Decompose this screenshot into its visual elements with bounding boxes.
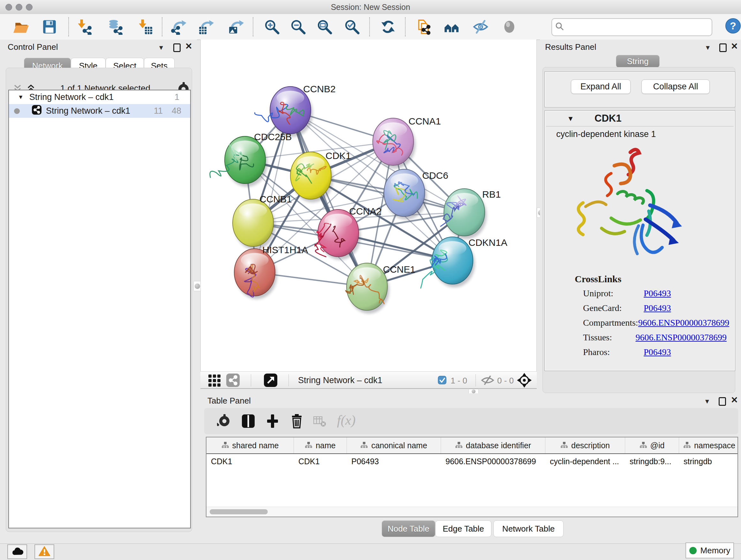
node-label-CDKN1A: CDKN1A [468,237,508,248]
table-cell[interactable]: P06493 [347,454,441,469]
edge-count: 48 [172,106,181,116]
collapse-all-button[interactable]: Collapse All [642,79,710,94]
export-image-icon[interactable] [228,19,244,35]
collapse-gene-icon[interactable]: ▼ [567,115,574,123]
table-cell[interactable]: cyclin-dependent ... [545,454,625,469]
navigator-icon[interactable] [517,373,532,389]
undock-panel-icon[interactable] [173,43,181,52]
crosslink-link[interactable]: P06493 [644,288,671,299]
create-column-icon[interactable] [266,414,280,428]
open-in-new-window-icon[interactable] [264,373,278,388]
string-network-icon [32,105,42,117]
network-node-CCNE1[interactable]: CCNE1 [346,263,415,314]
network-status-dot [14,108,20,114]
close-panel-icon[interactable]: ✕ [731,395,738,405]
export-network-icon[interactable] [171,19,186,35]
zoom-selected-icon[interactable] [344,19,360,35]
tab-node-table[interactable]: Node Table [382,520,435,537]
close-panel-icon[interactable]: ✕ [185,42,192,51]
network-node-CDKN1A[interactable]: CDKN1A [421,237,507,288]
table-cell[interactable]: 9606.ENSP00000378699 [441,454,545,469]
export-table-icon[interactable] [198,19,214,35]
column-header-shared-name[interactable]: shared name [206,437,294,453]
column-header-canonical-name[interactable]: canonical name [347,437,441,453]
tab-network-table[interactable]: Network Table [493,520,563,537]
network-canvas[interactable]: CCNB2 CCNA1 CDC25B CDK1 CDC6 [200,40,537,371]
tab-edge-table[interactable]: Edge Table [435,520,491,537]
selected-checkbox-icon[interactable] [438,376,447,386]
control-panel-title: Control Panel [8,42,58,52]
toolbar-divider [405,17,406,37]
show-hidden-icon[interactable] [501,19,517,35]
memory-button[interactable]: Memory [685,543,734,558]
column-header-description[interactable]: description [545,437,625,453]
crosslink-link[interactable]: P06493 [644,347,671,357]
table-row[interactable]: CDK1CDK1P064939606.ENSP00000378699cyclin… [206,454,738,469]
column-header-namespace[interactable]: namespace [679,437,738,453]
tab-string[interactable]: String [616,55,660,68]
import-table-icon[interactable] [137,19,153,35]
zoom-out-icon[interactable] [290,19,306,35]
network-node-CCNA1[interactable]: CCNA1 [373,116,441,169]
float-panel-icon[interactable]: ▼ [158,43,164,52]
network-node-CCNA2[interactable]: CCNA2 [315,206,382,260]
network-node-CDC6[interactable]: CDC6 [384,169,448,220]
delete-column-icon[interactable] [290,414,305,428]
refresh-view-icon[interactable] [380,19,396,35]
horizontal-scrollbar[interactable] [206,507,738,516]
import-network-database-icon[interactable] [107,19,123,35]
table-cell[interactable]: CDK1 [294,454,347,469]
search-input[interactable] [567,22,712,32]
expand-all-button[interactable]: Expand All [571,79,630,94]
close-panel-icon[interactable]: ✕ [731,42,738,51]
float-panel-icon[interactable]: ▼ [704,43,711,52]
column-type-icon [683,441,691,450]
network-node-RB1[interactable]: RB1 [441,189,501,239]
search-icon [555,22,564,32]
collapse-icon[interactable]: ▼ [18,94,23,101]
crosslink-link[interactable]: 9606.ENSP00000378699 [638,318,729,328]
table-toolbar: f(x) [204,408,738,434]
node-table: shared name name canonical name database… [206,437,738,517]
gene-name: CDK1 [595,113,621,124]
float-panel-icon[interactable]: ▼ [704,396,711,406]
help-icon[interactable]: ? [725,18,741,34]
zoom-fit-icon[interactable] [317,19,333,35]
crosslink-row: GeneCard: P06493 [583,303,727,318]
window-title: Session: New Session [0,3,741,12]
open-session-icon[interactable] [13,19,29,35]
search-field[interactable] [551,18,712,36]
network-node-HIST1H1A[interactable]: HIST1H1A [234,245,308,299]
warning-icon [38,546,51,558]
gear-icon[interactable] [217,414,232,428]
undock-panel-icon[interactable] [719,396,726,406]
cloud-button[interactable] [7,544,27,559]
warning-button[interactable] [35,544,54,559]
zoom-in-icon[interactable] [264,19,280,35]
gene-result-card: ▼ CDK1 cyclin-dependent kinase 1 [544,111,735,371]
column-header-database-identifier[interactable]: database identifier [441,437,545,453]
import-network-file-icon[interactable] [76,19,92,35]
column-type-icon [305,441,313,450]
crosslink-link[interactable]: 9606.ENSP00000378699 [636,332,727,343]
network-row-selected[interactable]: String Network – cdk1 11 48 [9,104,190,118]
table-cell[interactable]: stringdb [679,454,738,469]
column-header--id[interactable]: @id [625,437,679,453]
svg-text:?: ? [730,20,736,32]
cytoscape-window: Session: New Session [0,0,741,560]
new-network-from-selection-icon[interactable] [416,19,432,35]
birdseye-view-icon[interactable] [226,373,240,388]
save-session-icon[interactable] [42,19,57,35]
grid-view-icon[interactable] [208,374,221,388]
show-columns-icon[interactable] [241,414,256,428]
network-node-CCNB2[interactable]: CCNB2 [255,84,336,137]
hide-selected-icon[interactable] [473,19,488,35]
houses-icon[interactable] [444,19,460,35]
column-header-name[interactable]: name [294,437,347,453]
undock-panel-icon[interactable] [719,43,727,52]
crosslink-link[interactable]: P06493 [644,303,671,313]
table-cell[interactable]: CDK1 [206,454,294,469]
network-collection-row[interactable]: ▼ String Network – cdk1 1 [9,90,190,104]
scrollbar-thumb[interactable] [210,509,268,514]
table-cell[interactable]: stringdb:9... [625,454,679,469]
